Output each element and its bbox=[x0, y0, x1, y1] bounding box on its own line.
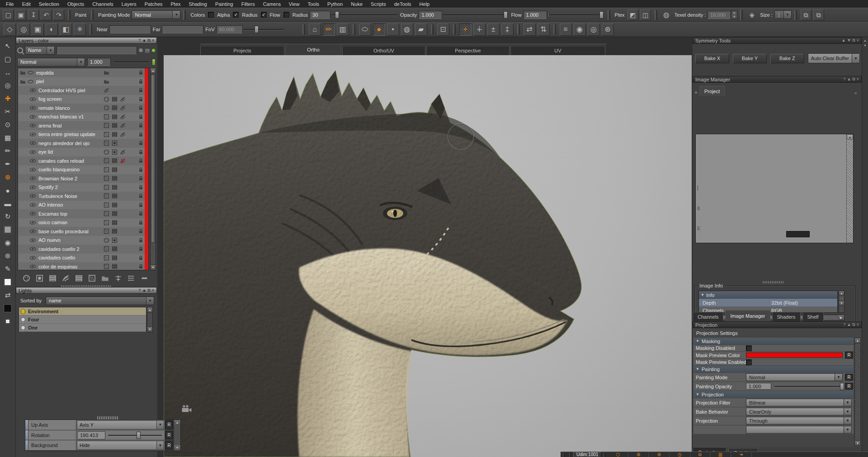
down-panel-icon[interactable]: ▼ bbox=[847, 38, 851, 43]
paint-target-indicator[interactable] bbox=[145, 245, 148, 254]
warp-tool[interactable]: ✂ bbox=[2, 106, 14, 118]
menu-item-python[interactable]: Python bbox=[323, 1, 347, 7]
paint-target-indicator[interactable] bbox=[145, 77, 148, 86]
paint-target-indicator[interactable] bbox=[145, 130, 148, 139]
layer-row[interactable]: Spotify 2 bbox=[18, 183, 148, 192]
help-panel-icon[interactable]: ? bbox=[138, 38, 141, 43]
menu-item-shading[interactable]: Shading bbox=[185, 1, 211, 7]
float-panel-icon[interactable]: ⧉ bbox=[852, 77, 855, 82]
zoom-tool[interactable]: ◎ bbox=[2, 80, 14, 91]
layer-row[interactable]: Controlador HVS piel bbox=[18, 86, 148, 95]
painting-mode-select[interactable]: Normal▼ bbox=[132, 10, 180, 19]
mirror-x-icon[interactable]: ⇄ bbox=[524, 24, 536, 36]
add-adjustment-layer-button[interactable] bbox=[60, 273, 71, 283]
paint-target-indicator[interactable] bbox=[145, 183, 148, 192]
mask-shape-icon[interactable]: ◐ bbox=[46, 24, 58, 36]
float-panel-icon[interactable]: ⧉ bbox=[852, 322, 855, 327]
symmetry-tool[interactable]: ⊛ bbox=[2, 250, 14, 262]
alpha-checkbox[interactable]: ✓ bbox=[233, 12, 239, 18]
layer-row[interactable]: Brownian Noise 2 bbox=[18, 174, 148, 183]
flow-slider[interactable] bbox=[547, 11, 605, 19]
particle-spray-icon[interactable]: ✳ bbox=[74, 24, 86, 36]
menu-item-objects[interactable]: Objects bbox=[63, 1, 88, 7]
projection-panel-header[interactable]: Projection ?▲⧉× bbox=[693, 321, 862, 328]
fov-slider[interactable] bbox=[243, 25, 284, 33]
dock-tab-image-manager[interactable]: Image Manager bbox=[725, 310, 770, 321]
panel-splitter[interactable] bbox=[763, 281, 783, 283]
collapse-panel-icon[interactable]: ▲ bbox=[847, 77, 851, 82]
layer-row[interactable]: arena final bbox=[18, 121, 148, 130]
size-select[interactable]: 1▼ bbox=[774, 10, 792, 19]
menu-item-file[interactable]: File bbox=[2, 1, 18, 7]
texel-density-stepper[interactable]: ▲▼ bbox=[731, 10, 737, 19]
layer-row[interactable]: remate blanco bbox=[18, 104, 148, 113]
help-panel-icon[interactable]: ? bbox=[138, 288, 141, 293]
round-brush-icon[interactable]: ● bbox=[373, 24, 385, 36]
opacity-input[interactable]: 1.000 bbox=[419, 11, 442, 19]
mirror-y-icon[interactable]: ⇅ bbox=[538, 24, 550, 36]
multi-add-icon[interactable]: ‡ bbox=[501, 24, 514, 36]
auto-clear-buffer-select[interactable]: Auto Clear Buffer▼ bbox=[808, 53, 860, 63]
close-panel-icon[interactable]: × bbox=[152, 288, 154, 293]
menu-item-camera[interactable]: Camera bbox=[259, 1, 285, 7]
menu-item-help[interactable]: Help bbox=[415, 1, 434, 7]
eraser-icon[interactable]: ▰ bbox=[415, 24, 427, 36]
near-input[interactable] bbox=[109, 25, 151, 33]
layer-row[interactable]: cuello blanquesino bbox=[18, 165, 148, 174]
float-panel-icon[interactable]: ⧉ bbox=[147, 38, 150, 43]
merge-layers-button[interactable] bbox=[112, 273, 124, 283]
layer-row[interactable]: manchas blancas v1 bbox=[18, 113, 148, 122]
light-row-four[interactable]: Four bbox=[19, 316, 146, 324]
copy-channel-icon[interactable]: ⧉ bbox=[801, 9, 811, 20]
ptex-setup-icon[interactable]: ◩ bbox=[627, 9, 638, 20]
paint-target-indicator[interactable] bbox=[145, 113, 148, 122]
paint-target-indicator[interactable] bbox=[145, 86, 148, 95]
radius-slider[interactable] bbox=[330, 11, 398, 19]
stencil-icon[interactable]: ◧ bbox=[60, 24, 72, 36]
canvas-3d-view[interactable] bbox=[164, 55, 692, 457]
menu-item-layers[interactable]: Layers bbox=[118, 1, 141, 7]
transform-tool[interactable]: ✚ bbox=[2, 93, 14, 104]
section-header-projection[interactable]: ▼Projection bbox=[693, 391, 854, 398]
new-project-icon[interactable]: ▢ bbox=[3, 9, 14, 20]
menu-item-nuke[interactable]: Nuke bbox=[347, 1, 367, 7]
layer-row[interactable]: cavidades cuello bbox=[18, 254, 148, 263]
row-select[interactable]: Bilinear▼ bbox=[746, 399, 852, 406]
row-checkbox[interactable] bbox=[746, 359, 752, 365]
viewport-tab-projects[interactable]: Projects bbox=[200, 46, 284, 55]
movie-camera-icon[interactable] bbox=[181, 405, 193, 414]
dock-tab-channels[interactable]: Channels bbox=[693, 312, 723, 321]
paint-target-indicator[interactable] bbox=[145, 227, 148, 236]
radius-input[interactable]: 30 bbox=[310, 11, 330, 19]
row-checkbox[interactable] bbox=[746, 345, 752, 351]
light-row-environment[interactable]: Environment bbox=[19, 307, 146, 316]
udb-list-icon[interactable]: ▥ bbox=[710, 452, 731, 457]
paint-target-indicator[interactable] bbox=[145, 174, 148, 183]
import-icon[interactable]: ↧ bbox=[28, 9, 39, 20]
up-axis-select[interactable]: Axis Y▼ bbox=[77, 420, 164, 429]
layer-list-scrollbar[interactable]: ▲ ▼ bbox=[150, 68, 156, 270]
add-mask-stack-button[interactable] bbox=[47, 273, 58, 283]
paint-target-indicator[interactable] bbox=[145, 165, 148, 174]
screen-mode-icon[interactable]: ⊡ bbox=[437, 24, 449, 36]
radius-checkbox[interactable]: ✓ bbox=[261, 12, 267, 18]
menu-item-view[interactable]: View bbox=[285, 1, 304, 7]
section-header-masking[interactable]: ▼Masking bbox=[693, 338, 854, 344]
paint-target-indicator[interactable] bbox=[145, 156, 148, 165]
redo-icon[interactable]: ↷ bbox=[53, 9, 64, 20]
reset-button[interactable]: R bbox=[845, 352, 853, 358]
image-manager-panel-header[interactable]: Image Manager ?▲⧉× bbox=[693, 76, 862, 83]
image-manager-scrollbar[interactable]: ▲ bbox=[846, 134, 853, 243]
menu-item-detools[interactable]: deTools bbox=[390, 1, 415, 7]
scroll-up-icon[interactable]: ▲ bbox=[174, 420, 180, 425]
lens-icon[interactable]: ◎ bbox=[18, 24, 30, 36]
add-procedural-layer-button[interactable] bbox=[86, 273, 98, 283]
palette-grip[interactable] bbox=[97, 416, 118, 419]
filter-stack-icon[interactable]: ▤ bbox=[145, 47, 150, 53]
opacity-slider[interactable] bbox=[442, 11, 509, 19]
info-vscrollbar[interactable]: ▲▼ bbox=[839, 291, 844, 313]
paint-through-tool[interactable]: ⊕ bbox=[2, 171, 14, 183]
far-input[interactable] bbox=[162, 25, 203, 33]
help-panel-icon[interactable]: ? bbox=[843, 77, 845, 82]
layer-row[interactable]: tierra entre grietas update bbox=[18, 130, 148, 139]
